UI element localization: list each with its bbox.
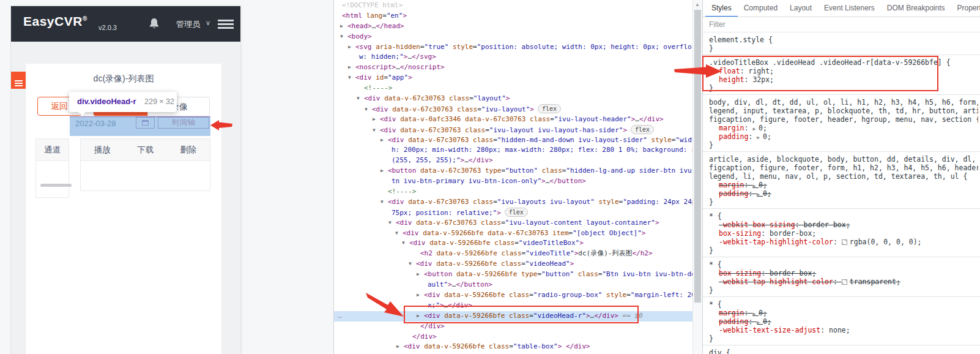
dom-line[interactable]: ▼<div data-v-59266bfe class="videoHead"> bbox=[334, 259, 692, 269]
color-swatch[interactable] bbox=[842, 239, 847, 245]
dom-line[interactable]: ▶<button data-v-67c30763 type="button" c… bbox=[334, 166, 692, 176]
sider-toggle-button[interactable] bbox=[11, 72, 26, 89]
dom-line[interactable]: ▶<div data-v-67c30763 class="hidden-md-a… bbox=[334, 135, 692, 146]
flex-badge[interactable]: flex bbox=[631, 125, 654, 134]
dom-line[interactable]: h: 200px; min-width: 280px; max-width: 2… bbox=[334, 145, 692, 156]
expand-icon[interactable]: ▶ bbox=[373, 115, 380, 125]
collapse-icon[interactable]: ▼ bbox=[402, 238, 409, 249]
scrollbar-thumb[interactable] bbox=[694, 10, 701, 303]
elements-scrollbar[interactable]: ▲ bbox=[692, 0, 702, 354]
dom-line[interactable]: ▶<svg aria-hidden="true" style="position… bbox=[334, 42, 692, 53]
dom-line[interactable]: w: hidden;">…</svg> bbox=[334, 52, 692, 62]
flex-badge[interactable]: flex bbox=[538, 104, 561, 113]
dom-line[interactable]: ▼<div data-v-67c30763 class="ivu-layouts… bbox=[334, 197, 692, 208]
tab-layout[interactable]: Layout bbox=[784, 0, 818, 17]
style-rule[interactable]: * {box-sizing: border-box;-webkit-tap-hi… bbox=[703, 257, 980, 296]
expand-value-icon[interactable]: ▶ bbox=[757, 320, 763, 325]
notification-bell-icon[interactable] bbox=[149, 18, 160, 30]
dom-line[interactable]: ▶<button data-v-59266bfe type="button" c… bbox=[334, 269, 692, 280]
tab-dom-breakpoints[interactable]: DOM Breakpoints bbox=[881, 0, 951, 17]
collapse-icon[interactable]: ▼ bbox=[348, 73, 355, 83]
css-property[interactable]: margin: ▶ 0; bbox=[709, 309, 978, 317]
dom-line[interactable]: ▼<body> bbox=[334, 32, 692, 42]
css-property[interactable]: -webkit-tap-highlight-color: rgba(0, 0, … bbox=[709, 238, 978, 246]
tab-event-listeners[interactable]: Event Listeners bbox=[818, 0, 881, 17]
collapse-icon[interactable]: ▼ bbox=[409, 259, 416, 269]
expand-value-icon[interactable]: ▶ bbox=[757, 192, 763, 197]
flex-badge[interactable]: flex bbox=[505, 208, 528, 217]
dom-line[interactable]: <!----> bbox=[334, 187, 692, 197]
collapse-icon[interactable]: ▼ bbox=[395, 228, 403, 239]
expand-icon[interactable]: ▶ bbox=[380, 166, 388, 176]
css-property[interactable]: padding: ▶ 0; bbox=[709, 189, 978, 198]
style-rule[interactable]: article, aside, blockquote, body, button… bbox=[703, 151, 980, 208]
collapse-icon[interactable]: ▼ bbox=[380, 197, 388, 208]
dom-line[interactable]: ▶<noscript>…</noscript> bbox=[334, 62, 692, 73]
scroll-up-icon[interactable]: ▲ bbox=[695, 2, 700, 7]
expand-value-icon[interactable]: ▶ bbox=[752, 311, 759, 317]
css-property[interactable]: padding: ▶ 0; bbox=[709, 132, 978, 141]
tab-styles[interactable]: Styles bbox=[705, 0, 738, 17]
style-rule[interactable]: * {margin: ▶ 0;padding: ▶ 0;-webkit-text… bbox=[703, 296, 980, 345]
css-property[interactable]: margin: ▶ 0; bbox=[709, 124, 978, 132]
rule-selector: element.style { bbox=[709, 36, 978, 44]
dom-line[interactable]: ▶<head>…</head> bbox=[334, 21, 692, 32]
expand-icon[interactable]: ▶ bbox=[380, 135, 388, 146]
expand-value-icon[interactable]: ▶ bbox=[757, 135, 763, 140]
dom-line[interactable]: ▼<div data-v-67c30763 class="ivu-layout … bbox=[334, 125, 692, 135]
expand-icon[interactable]: ▶ bbox=[348, 42, 355, 53]
rule-selector: legend, li, menu, nav, ol, p, section, t… bbox=[709, 172, 978, 181]
rule-selector: legend, input, textarea, p, blockquote, … bbox=[709, 107, 978, 115]
expand-value-icon[interactable]: ▶ bbox=[752, 183, 759, 189]
tab-computed[interactable]: Computed bbox=[738, 0, 784, 17]
dom-line[interactable]: ▼<div data-v-59266bfe data-v-67c30763 it… bbox=[334, 228, 692, 239]
css-property[interactable]: box-sizing: border-box; bbox=[709, 229, 978, 238]
collapse-icon[interactable]: ▼ bbox=[365, 105, 372, 115]
expand-icon[interactable]: ▶ bbox=[417, 269, 424, 280]
dom-line[interactable]: </div> bbox=[334, 332, 692, 342]
dom-line[interactable]: ▼<div data-v-59266bfe class="videoTitleB… bbox=[334, 238, 692, 249]
inspect-tooltip: div.videoHead-r 229 × 32 bbox=[69, 92, 177, 112]
dom-line[interactable]: ▶<div data-v-59266bfe class="table-box">… bbox=[334, 342, 692, 352]
expand-value-icon[interactable]: ▶ bbox=[752, 126, 759, 132]
dom-line[interactable]: ▼<div data-v-67c30763 class="layout"> bbox=[334, 94, 692, 104]
styles-filter-input[interactable]: Filter bbox=[703, 17, 980, 32]
collapse-icon[interactable]: ▼ bbox=[373, 126, 380, 135]
dom-line[interactable]: ault">…</button> bbox=[334, 280, 692, 290]
css-property[interactable]: -webkit-tap-highlight-color: transparent… bbox=[709, 277, 978, 286]
style-rule[interactable]: body, div, dl, dt, dd, ul, ol, li, h1, h… bbox=[703, 94, 980, 151]
dom-line[interactable]: ▼<div id="app"> bbox=[334, 73, 692, 83]
tab-properties[interactable]: Properties bbox=[951, 0, 980, 17]
dom-line[interactable]: ▶<div data-v-0afc3346 data-v-67c30763 cl… bbox=[334, 115, 692, 125]
css-property[interactable]: margin: ▶ 0; bbox=[709, 181, 978, 189]
dom-line[interactable]: ▼<div data-v-67c30763 class="ivu-layout-… bbox=[334, 218, 692, 228]
dom-line[interactable]: <h2 data-v-59266bfe class="videoTitle">d… bbox=[334, 249, 692, 259]
collapse-icon[interactable]: ▼ bbox=[340, 32, 347, 42]
collapse-icon[interactable]: ▼ bbox=[357, 94, 364, 104]
css-property[interactable]: box-sizing: border-box; bbox=[709, 269, 978, 277]
expand-icon[interactable]: ▶ bbox=[417, 290, 424, 301]
css-property[interactable]: -webkit-box-sizing: border-box; bbox=[709, 220, 978, 229]
user-menu[interactable]: 管理员 bbox=[176, 19, 200, 30]
expand-icon[interactable]: ▶ bbox=[396, 342, 404, 352]
menu-icon[interactable] bbox=[218, 20, 234, 29]
expand-icon[interactable]: ▶ bbox=[340, 21, 347, 32]
dom-line[interactable]: ▼<div data-v-67c30763 class="ivu-layout"… bbox=[334, 104, 692, 115]
horizontal-scrollbar-thumb[interactable] bbox=[40, 184, 72, 187]
css-property[interactable]: -webkit-text-size-adjust: none; bbox=[709, 326, 978, 334]
dom-line[interactable]: 75px; position: relative;">flex bbox=[334, 208, 692, 218]
style-rule[interactable]: element.style {} bbox=[703, 32, 980, 55]
collapse-icon[interactable]: ▼ bbox=[388, 218, 396, 228]
dom-line[interactable]: <!DOCTYPE html> bbox=[334, 1, 692, 11]
dom-line[interactable]: tn ivu-btn-primary ivu-btn-icon-only">…<… bbox=[334, 176, 692, 187]
annotation-box-dom-line bbox=[404, 306, 639, 323]
chevron-down-icon[interactable]: ∨ bbox=[206, 19, 210, 27]
color-swatch[interactable] bbox=[842, 279, 847, 285]
expand-icon[interactable]: ▶ bbox=[348, 62, 355, 73]
dom-line[interactable]: (255, 255, 255);">…</div> bbox=[334, 156, 692, 166]
dom-line[interactable]: <html lang="en"> bbox=[334, 11, 692, 21]
css-property[interactable]: padding: ▶ 0; bbox=[709, 317, 978, 326]
style-rule[interactable]: div { bbox=[703, 345, 980, 354]
style-rule[interactable]: * {-webkit-box-sizing: border-box;box-si… bbox=[703, 208, 980, 257]
dom-line[interactable]: <!----> bbox=[334, 83, 692, 94]
